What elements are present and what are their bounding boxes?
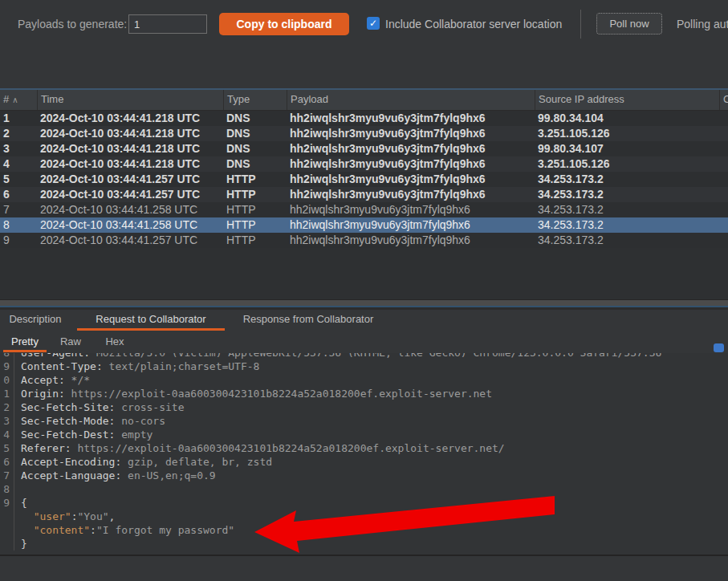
table-cell bbox=[719, 233, 728, 248]
table-cell: 34.253.173.2 bbox=[535, 233, 719, 248]
table-cell: 2024-Oct-10 03:44:41.257 UTC bbox=[37, 233, 223, 248]
table-row[interactable]: 42024-Oct-10 03:44:41.218 UTCDNShh2iwqls… bbox=[0, 156, 728, 172]
editor-line: "user":"You", bbox=[0, 510, 728, 523]
line-number: 9 bbox=[0, 360, 14, 373]
table-cell: 34.253.173.2 bbox=[535, 202, 719, 217]
table-cell: 2024-Oct-10 03:44:41.257 UTC bbox=[37, 187, 223, 202]
table-cell: 9 bbox=[0, 233, 37, 248]
table-cell: 2024-Oct-10 03:44:41.257 UTC bbox=[37, 172, 223, 187]
line-number: 2 bbox=[0, 400, 14, 414]
table-cell: hh2iwqlshr3myu9vu6y3jtm7fylq9hx6 bbox=[287, 172, 535, 187]
table-row[interactable]: 22024-Oct-10 03:44:41.218 UTCDNShh2iwqls… bbox=[0, 126, 728, 141]
collaborator-client-window: Payloads to generate: Copy to clipboard … bbox=[0, 0, 728, 581]
table-row[interactable]: 72024-Oct-10 03:44:41.258 UTCHTTPhh2iwql… bbox=[0, 202, 728, 217]
table-row[interactable]: 12024-Oct-10 03:44:41.218 UTCDNShh2iwqls… bbox=[0, 111, 728, 126]
table-cell: 2024-Oct-10 03:44:41.218 UTC bbox=[37, 141, 223, 156]
horizontal-splitter[interactable] bbox=[0, 299, 728, 310]
editor-line: 4Sec-Fetch-Dest: empty bbox=[0, 428, 728, 441]
table-cell: HTTP bbox=[223, 233, 287, 248]
table-cell: DNS bbox=[223, 111, 287, 126]
copy-to-clipboard-button[interactable]: Copy to clipboard bbox=[219, 13, 349, 35]
table-cell: DNS bbox=[223, 141, 287, 156]
table-cell bbox=[719, 187, 728, 202]
table-cell: 3.251.105.126 bbox=[535, 126, 719, 141]
table-cell: hh2iwqlshr3myu9vu6y3jtm7fylq9hx6 bbox=[287, 202, 535, 217]
editor-line: } bbox=[0, 537, 728, 551]
include-server-location-checkbox[interactable]: ✓ bbox=[367, 17, 380, 30]
collab-table-body: 12024-Oct-10 03:44:41.218 UTCDNShh2iwqls… bbox=[0, 111, 728, 299]
request-editor[interactable]: 8User-Agent: Mozilla/5.0 (Victim) AppleW… bbox=[0, 353, 728, 555]
line-number: 8 bbox=[0, 353, 14, 360]
table-cell: 2024-Oct-10 03:44:41.218 UTC bbox=[37, 156, 223, 172]
table-cell: 99.80.34.107 bbox=[535, 141, 719, 156]
table-row[interactable]: 92024-Oct-10 03:44:41.257 UTCHTTPhh2iwql… bbox=[0, 233, 728, 248]
editor-line: 0Accept: */* bbox=[0, 373, 728, 387]
table-cell: 34.253.173.2 bbox=[535, 217, 719, 233]
table-cell bbox=[719, 202, 728, 217]
editor-line: 9{ bbox=[0, 496, 728, 510]
table-cell bbox=[719, 141, 728, 156]
line-number: 6 bbox=[0, 455, 14, 469]
table-cell: 3.251.105.126 bbox=[535, 156, 719, 172]
view-tab-raw[interactable]: Raw bbox=[58, 333, 83, 352]
editor-line: 5Referer: https://exploit-0aa60030042310… bbox=[0, 441, 728, 455]
line-number: 3 bbox=[0, 414, 14, 428]
table-row[interactable]: 62024-Oct-10 03:44:41.257 UTCHTTPhh2iwql… bbox=[0, 187, 728, 202]
table-cell: DNS bbox=[223, 156, 287, 172]
table-cell: 1 bbox=[0, 111, 37, 126]
tab-request-to-collaborator[interactable]: Request to Collaborator bbox=[71, 310, 231, 331]
editor-line: 7Accept-Language: en-US,en;q=0.9 bbox=[0, 469, 728, 482]
table-cell: 2 bbox=[0, 126, 37, 141]
table-cell bbox=[719, 172, 728, 187]
tab-description[interactable]: Description bbox=[0, 310, 71, 331]
view-tab-pretty[interactable]: Pretty bbox=[8, 333, 42, 352]
table-row[interactable]: 32024-Oct-10 03:44:41.218 UTCDNShh2iwqls… bbox=[0, 141, 728, 156]
editor-line: 2Sec-Fetch-Site: cross-site bbox=[0, 400, 728, 414]
table-cell: hh2iwqlshr3myu9vu6y3jtm7fylq9hx6 bbox=[287, 141, 535, 156]
editor-lines: 8User-Agent: Mozilla/5.0 (Victim) AppleW… bbox=[0, 353, 728, 551]
column-header-source-ip[interactable]: Source IP address bbox=[535, 90, 719, 110]
table-row[interactable]: 52024-Oct-10 03:44:41.257 UTCHTTPhh2iwql… bbox=[0, 172, 728, 187]
editor-line: 1Origin: https://exploit-0aa600300423101… bbox=[0, 387, 728, 400]
table-cell: HTTP bbox=[223, 202, 287, 217]
line-number: 0 bbox=[0, 373, 14, 387]
search-statusbar: ? ← → 0 highlights bbox=[0, 555, 728, 581]
table-cell: 2024-Oct-10 03:44:41.218 UTC bbox=[37, 111, 223, 126]
view-tab-hex[interactable]: Hex bbox=[103, 333, 127, 352]
table-cell: 3 bbox=[0, 141, 37, 156]
table-cell: 2024-Oct-10 03:44:41.218 UTC bbox=[37, 126, 223, 141]
line-number bbox=[0, 537, 14, 551]
editor-line: 8User-Agent: Mozilla/5.0 (Victim) AppleW… bbox=[0, 353, 728, 360]
table-cell: HTTP bbox=[223, 172, 287, 187]
poll-now-button[interactable]: Poll now bbox=[596, 13, 662, 35]
polling-status-label: Polling aut bbox=[677, 18, 728, 30]
editor-scroll-marker bbox=[714, 343, 724, 352]
column-header-time[interactable]: Time bbox=[37, 90, 223, 110]
table-cell: 6 bbox=[0, 187, 37, 202]
sort-ascending-icon: ∧ bbox=[12, 95, 18, 104]
line-number: 8 bbox=[0, 482, 14, 496]
line-number bbox=[0, 510, 14, 523]
editor-line: "content":"I forgot my password" bbox=[0, 523, 728, 537]
line-number: 5 bbox=[0, 441, 14, 455]
table-cell: hh2iwqlshr3myu9vu6y3jtm7fylq9hx6 bbox=[287, 126, 535, 141]
table-cell: 34.253.173.2 bbox=[535, 187, 719, 202]
table-cell bbox=[719, 156, 728, 172]
table-cell: 8 bbox=[0, 217, 37, 233]
table-header-row: #∧ Time Type Payload Source IP address C bbox=[0, 88, 728, 111]
table-cell: 2024-Oct-10 03:44:41.258 UTC bbox=[37, 217, 223, 233]
column-header-payload[interactable]: Payload bbox=[287, 90, 535, 110]
payloads-count-input[interactable] bbox=[128, 14, 207, 34]
column-header-comment[interactable]: C bbox=[719, 90, 728, 110]
table-row[interactable]: 82024-Oct-10 03:44:41.258 UTCHTTPhh2iwql… bbox=[0, 217, 728, 233]
column-header-number[interactable]: #∧ bbox=[0, 90, 37, 110]
column-header-type[interactable]: Type bbox=[223, 90, 287, 110]
topbar-divider bbox=[580, 10, 581, 39]
editor-line: 9Content-Type: text/plain;charset=UTF-8 bbox=[0, 360, 728, 373]
line-number bbox=[0, 523, 14, 537]
editor-toolbar: Pretty Raw Hex \n bbox=[0, 331, 728, 353]
table-cell: 99.80.34.104 bbox=[535, 111, 719, 126]
tab-response-from-collaborator[interactable]: Response from Collaborator bbox=[231, 310, 385, 331]
table-cell bbox=[719, 217, 728, 233]
table-cell bbox=[719, 111, 728, 126]
